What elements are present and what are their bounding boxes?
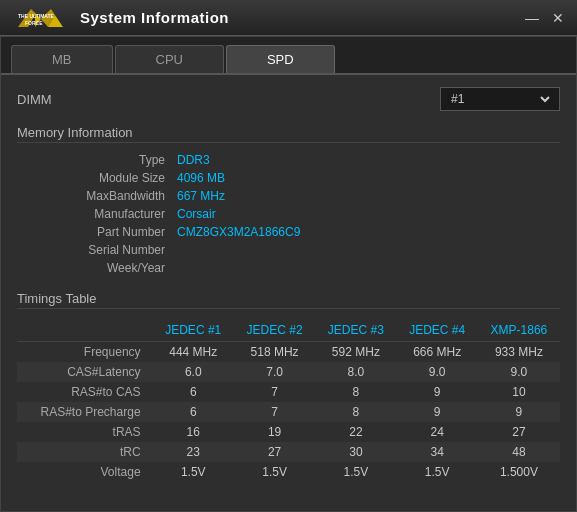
cell-trc-jedec4: 34 <box>397 442 478 462</box>
dimm-label: DIMM <box>17 92 52 107</box>
info-row-part-number: Part Number CMZ8GX3M2A1866C9 <box>17 225 560 239</box>
cell-tras-jedec3: 22 <box>315 422 396 442</box>
cell-rp-xmp: 9 <box>478 402 560 422</box>
dimm-row: DIMM #1 #2 #3 #4 <box>17 87 560 111</box>
cell-rascas-jedec4: 9 <box>397 382 478 402</box>
cell-v-jedec2: 1.5V <box>234 462 315 482</box>
dimm-dropdown[interactable]: #1 #2 #3 #4 <box>447 91 553 107</box>
cell-cas-xmp: 9.0 <box>478 362 560 382</box>
table-row: Voltage 1.5V 1.5V 1.5V 1.5V 1.500V <box>17 462 560 482</box>
cell-trc-xmp: 48 <box>478 442 560 462</box>
dimm-selector[interactable]: #1 #2 #3 #4 <box>440 87 560 111</box>
label-maxbandwidth: MaxBandwidth <box>17 189 177 203</box>
table-row: CAS#Latency 6.0 7.0 8.0 9.0 9.0 <box>17 362 560 382</box>
tabs-bar: MB CPU SPD <box>1 37 576 73</box>
table-row: Frequency 444 MHz 518 MHz 592 MHz 666 MH… <box>17 342 560 363</box>
row-label-frequency: Frequency <box>17 342 153 363</box>
app-logo: THE ULTIMATE FORCE <box>10 4 70 32</box>
value-type: DDR3 <box>177 153 210 167</box>
cell-cas-jedec1: 6.0 <box>153 362 234 382</box>
window-title: System Information <box>80 9 523 26</box>
cell-tras-xmp: 27 <box>478 422 560 442</box>
timings-table: JEDEC #1 JEDEC #2 JEDEC #3 JEDEC #4 XMP-… <box>17 319 560 482</box>
title-bar: THE ULTIMATE FORCE System Information — … <box>0 0 577 36</box>
info-row-serial-number: Serial Number <box>17 243 560 257</box>
value-module-size: 4096 MB <box>177 171 225 185</box>
cell-cas-jedec2: 7.0 <box>234 362 315 382</box>
row-label-cas: CAS#Latency <box>17 362 153 382</box>
value-manufacturer: Corsair <box>177 207 216 221</box>
cell-freq-jedec2: 518 MHz <box>234 342 315 363</box>
cell-trc-jedec1: 23 <box>153 442 234 462</box>
table-row: RAS#to CAS 6 7 8 9 10 <box>17 382 560 402</box>
cell-trc-jedec3: 30 <box>315 442 396 462</box>
cell-freq-jedec4: 666 MHz <box>397 342 478 363</box>
cell-freq-xmp: 933 MHz <box>478 342 560 363</box>
cell-tras-jedec4: 24 <box>397 422 478 442</box>
cell-rp-jedec2: 7 <box>234 402 315 422</box>
cell-freq-jedec3: 592 MHz <box>315 342 396 363</box>
cell-v-jedec4: 1.5V <box>397 462 478 482</box>
cell-rascas-jedec2: 7 <box>234 382 315 402</box>
cell-rp-jedec1: 6 <box>153 402 234 422</box>
info-row-module-size: Module Size 4096 MB <box>17 171 560 185</box>
table-row: RAS#to Precharge 6 7 8 9 9 <box>17 402 560 422</box>
main-window: MB CPU SPD DIMM #1 #2 #3 #4 Memory Infor… <box>0 36 577 512</box>
label-serial-number: Serial Number <box>17 243 177 257</box>
row-label-voltage: Voltage <box>17 462 153 482</box>
tab-mb[interactable]: MB <box>11 45 113 73</box>
timings-header-row: JEDEC #1 JEDEC #2 JEDEC #3 JEDEC #4 XMP-… <box>17 319 560 342</box>
info-row-type: Type DDR3 <box>17 153 560 167</box>
cell-v-jedec1: 1.5V <box>153 462 234 482</box>
row-label-trc: tRC <box>17 442 153 462</box>
row-label-rasprecharge: RAS#to Precharge <box>17 402 153 422</box>
table-row: tRAS 16 19 22 24 27 <box>17 422 560 442</box>
cell-rascas-xmp: 10 <box>478 382 560 402</box>
value-maxbandwidth: 667 MHz <box>177 189 225 203</box>
cell-rp-jedec4: 9 <box>397 402 478 422</box>
memory-info-header: Memory Information <box>17 125 560 143</box>
cell-cas-jedec3: 8.0 <box>315 362 396 382</box>
th-empty <box>17 319 153 342</box>
cell-v-jedec3: 1.5V <box>315 462 396 482</box>
row-label-tras: tRAS <box>17 422 153 442</box>
cell-tras-jedec1: 16 <box>153 422 234 442</box>
label-manufacturer: Manufacturer <box>17 207 177 221</box>
cell-rp-jedec3: 8 <box>315 402 396 422</box>
minimize-button[interactable]: — <box>523 10 541 26</box>
th-jedec2: JEDEC #2 <box>234 319 315 342</box>
cell-trc-jedec2: 27 <box>234 442 315 462</box>
th-jedec4: JEDEC #4 <box>397 319 478 342</box>
label-type: Type <box>17 153 177 167</box>
window-controls: — ✕ <box>523 10 567 26</box>
tab-spd[interactable]: SPD <box>226 45 335 73</box>
cell-rascas-jedec1: 6 <box>153 382 234 402</box>
th-jedec3: JEDEC #3 <box>315 319 396 342</box>
info-row-manufacturer: Manufacturer Corsair <box>17 207 560 221</box>
info-row-maxbandwidth: MaxBandwidth 667 MHz <box>17 189 560 203</box>
info-row-week-year: Week/Year <box>17 261 560 275</box>
th-xmp: XMP-1866 <box>478 319 560 342</box>
cell-freq-jedec1: 444 MHz <box>153 342 234 363</box>
cell-v-xmp: 1.500V <box>478 462 560 482</box>
th-jedec1: JEDEC #1 <box>153 319 234 342</box>
cell-cas-jedec4: 9.0 <box>397 362 478 382</box>
cell-rascas-jedec3: 8 <box>315 382 396 402</box>
svg-text:THE ULTIMATE: THE ULTIMATE <box>18 13 55 19</box>
row-label-rascas: RAS#to CAS <box>17 382 153 402</box>
svg-text:FORCE: FORCE <box>25 20 43 26</box>
tab-cpu[interactable]: CPU <box>115 45 224 73</box>
label-week-year: Week/Year <box>17 261 177 275</box>
memory-info-table: Type DDR3 Module Size 4096 MB MaxBandwid… <box>17 153 560 275</box>
cell-tras-jedec2: 19 <box>234 422 315 442</box>
timings-header: Timings Table <box>17 291 560 309</box>
label-module-size: Module Size <box>17 171 177 185</box>
close-button[interactable]: ✕ <box>549 10 567 26</box>
value-part-number: CMZ8GX3M2A1866C9 <box>177 225 300 239</box>
content-area: DIMM #1 #2 #3 #4 Memory Information Type… <box>1 73 576 511</box>
label-part-number: Part Number <box>17 225 177 239</box>
table-row: tRC 23 27 30 34 48 <box>17 442 560 462</box>
